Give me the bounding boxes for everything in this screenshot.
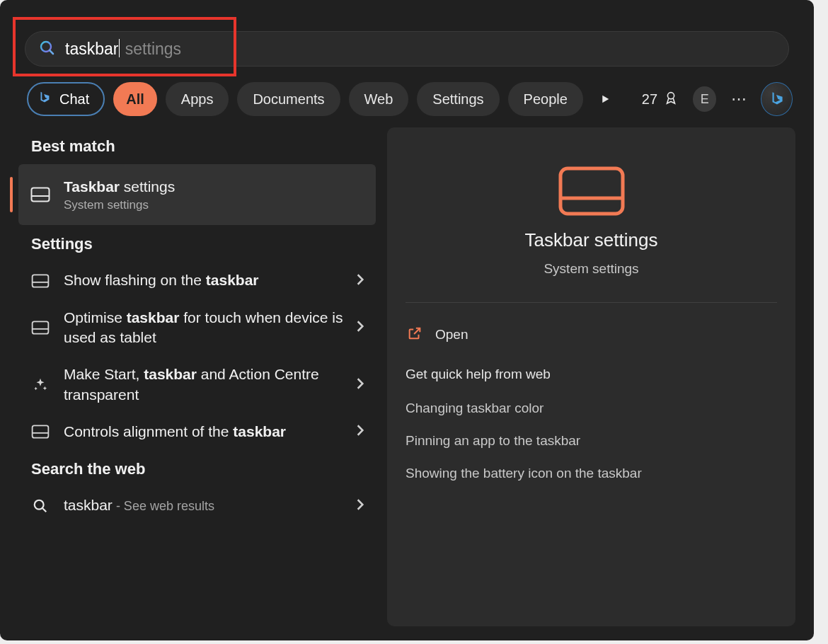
taskbar-icon [30,321,51,335]
best-match-result[interactable]: Taskbar settings System settings [18,164,376,225]
svg-point-2 [667,92,674,98]
search-input[interactable]: taskbar settings [65,39,776,59]
help-link[interactable]: Changing taskbar color [406,392,777,425]
settings-result[interactable]: Optimise taskbar for touch when device i… [18,299,376,357]
filter-label: Settings [432,91,483,108]
web-result[interactable]: taskbar - See web results [18,487,376,524]
taskbar-icon [30,274,51,288]
preview-subtitle: System settings [544,261,638,277]
svg-rect-13 [560,168,623,214]
filter-label: Apps [181,91,214,108]
taskbar-hero-icon [558,166,626,219]
search-icon [30,498,51,514]
preview-pane: Taskbar settings System settings Open Ge… [387,127,795,626]
filter-more-icon[interactable] [592,84,619,114]
rewards-medal-icon [663,90,679,109]
filter-documents[interactable]: Documents [237,82,340,116]
chevron-right-icon [356,377,364,393]
filter-row: Chat All Apps Documents Web Settings Peo… [0,76,814,122]
search-panel: taskbar settings Chat All Apps Documents… [0,0,814,640]
open-external-icon [407,326,422,344]
open-label: Open [435,327,468,343]
svg-point-11 [35,500,44,509]
help-link[interactable]: Showing the battery icon on the taskbar [406,457,777,490]
result-title: Taskbar settings [64,177,364,197]
divider [406,302,777,303]
filter-settings[interactable]: Settings [417,82,499,116]
filter-people[interactable]: People [508,82,583,116]
preview-title: Taskbar settings [525,229,658,251]
overflow-icon[interactable]: ⋯ [725,84,752,114]
filter-label: Documents [253,91,324,108]
settings-result[interactable]: Controls alignment of the taskbar [18,413,376,450]
filter-label: Web [364,91,393,108]
svg-rect-3 [32,188,50,202]
filter-chat-label: Chat [59,91,89,108]
svg-rect-5 [33,275,49,287]
svg-rect-7 [33,321,49,333]
result-title: Controls alignment of the taskbar [64,422,343,442]
results-column: Best match Taskbar settings System setti… [18,127,376,626]
result-subtitle: System settings [64,198,364,212]
rewards-points[interactable]: 27 [636,90,684,109]
avatar-initial: E [701,92,709,107]
best-match-header: Best match [18,127,376,164]
chevron-right-icon [356,273,364,289]
taskbar-icon [30,425,51,439]
search-icon [38,39,55,59]
filter-label: People [524,91,568,108]
result-title: taskbar - See web results [64,495,343,515]
result-title-rest: settings [120,178,175,195]
svg-line-1 [50,50,53,54]
rewards-count: 27 [642,91,657,108]
result-title: Make Start, taskbar and Action Centre tr… [64,364,343,405]
result-title: Optimise taskbar for touch when device i… [64,308,343,348]
settings-result[interactable]: Show flashing on the taskbar [18,262,376,299]
open-action[interactable]: Open [406,316,777,354]
filter-chat[interactable]: Chat [27,82,105,116]
chevron-right-icon [356,424,364,439]
settings-header: Settings [18,225,376,262]
taskbar-icon [30,187,51,202]
result-title: Show flashing on the taskbar [64,270,343,290]
chevron-right-icon [356,320,364,335]
svg-line-12 [42,508,46,512]
settings-result[interactable]: Make Start, taskbar and Action Centre tr… [18,356,376,413]
chevron-right-icon [356,498,364,514]
search-row: taskbar settings [0,0,814,76]
user-avatar[interactable]: E [693,86,716,112]
sparkle-icon [30,377,51,393]
filter-label: All [126,91,144,108]
search-typed-text: taskbar [65,40,118,58]
search-box[interactable]: taskbar settings [25,31,789,67]
bing-orb-button[interactable] [761,82,793,116]
web-header: Search the web [18,450,376,487]
bing-chat-icon [37,90,52,109]
filter-apps[interactable]: Apps [166,82,229,116]
svg-rect-9 [33,426,49,438]
result-title-bold: Taskbar [64,178,120,195]
help-link[interactable]: Pinning an app to the taskbar [406,425,777,457]
help-header: Get quick help from web [406,367,777,382]
filter-web[interactable]: Web [349,82,409,116]
filter-all[interactable]: All [113,82,157,116]
search-suggestion-text: settings [120,40,181,58]
